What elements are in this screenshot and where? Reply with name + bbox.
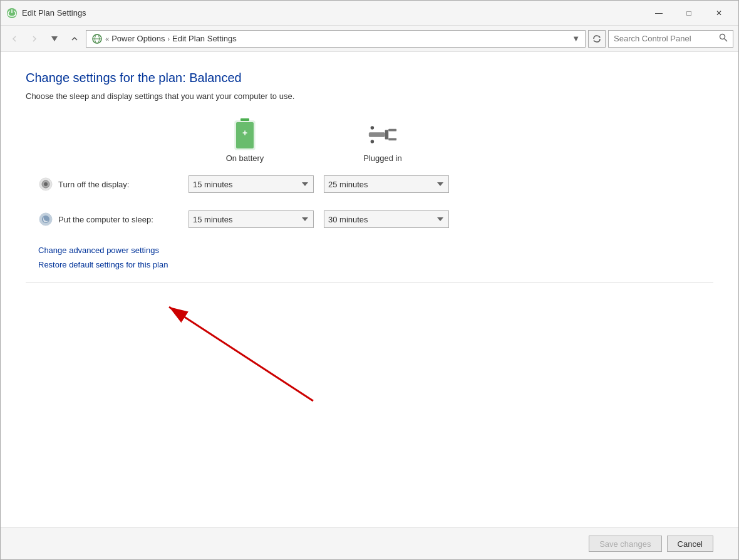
breadcrumb-edit-plan[interactable]: Edit Plan Settings [172,34,237,43]
sleep-label: Put the computer to sleep: [58,215,153,224]
svg-rect-13 [388,138,396,141]
svg-point-14 [371,126,375,130]
up-button[interactable] [66,30,83,48]
sleep-icon [38,212,53,227]
sleep-setting-row: Put the computer to sleep: 1 minute 5 mi… [38,210,713,228]
close-button[interactable]: ✕ [705,4,733,23]
address-dropdown-icon: ▼ [572,34,580,43]
link-section: Change advanced power settings Restore d… [38,246,713,269]
svg-line-5 [725,39,728,42]
sleep-dropdowns: 1 minute 5 minutes 10 minutes 15 minutes… [189,210,449,228]
svg-point-4 [720,34,725,39]
search-icon[interactable] [719,33,728,44]
svg-text:+: + [242,128,247,138]
battery-icon: + [230,120,260,150]
back-button[interactable] [6,30,23,48]
svg-rect-10 [369,132,385,137]
search-input[interactable] [614,34,719,43]
window: Edit Plan Settings — □ ✕ [0,0,739,560]
sleep-label-area: Put the computer to sleep: [38,212,189,227]
page-subtitle: Choose the sleep and display settings th… [26,91,713,101]
breadcrumb-arrow: › [167,35,170,43]
address-path[interactable]: « Power Options › Edit Plan Settings ▼ [86,30,586,48]
main-content: Change settings for the plan: Balanced C… [1,52,738,527]
advanced-settings-link[interactable]: Change advanced power settings [38,246,713,255]
svg-point-15 [371,140,375,143]
address-bar: « Power Options › Edit Plan Settings ▼ [1,26,738,52]
sleep-plugged-select[interactable]: 1 minute 5 minutes 10 minutes 15 minutes… [324,210,449,228]
display-setting-row: Turn off the display: 1 minute 2 minutes… [38,175,713,193]
cancel-button[interactable]: Cancel [667,536,713,552]
display-plugged-select[interactable]: 1 minute 2 minutes 5 minutes 10 minutes … [324,175,449,193]
maximize-button[interactable]: □ [674,4,703,23]
plugged-label: Plugged in [363,153,401,163]
control-panel-icon [91,33,103,44]
battery-column-header: + On battery [176,120,314,163]
page-title: Change settings for the plan: Balanced [26,71,713,85]
plugged-column-header: Plugged in [314,120,452,163]
minimize-button[interactable]: — [644,4,673,23]
forward-button[interactable] [26,30,43,48]
svg-rect-11 [385,130,389,140]
dropdown-button[interactable] [46,30,63,48]
window-title: Edit Plan Settings [22,8,644,18]
display-battery-select[interactable]: 1 minute 2 minutes 3 minutes 5 minutes 1… [189,175,314,193]
display-label-area: Turn off the display: [38,177,189,192]
display-dropdowns: 1 minute 2 minutes 3 minutes 5 minutes 1… [189,175,449,193]
search-box[interactable] [608,30,733,48]
window-controls: — □ ✕ [644,4,733,23]
battery-label: On battery [226,153,264,163]
plug-icon [368,120,398,150]
display-icon [38,177,53,192]
save-changes-button[interactable]: Save changes [589,536,661,552]
title-bar: Edit Plan Settings — □ ✕ [1,1,738,26]
sleep-battery-select[interactable]: 1 minute 5 minutes 10 minutes 15 minutes… [189,210,314,228]
breadcrumb-power-options[interactable]: Power Options [111,34,165,43]
svg-rect-12 [388,129,396,132]
svg-point-18 [44,182,48,186]
window-icon [6,7,18,19]
breadcrumb-separator-1: « [105,35,109,43]
divider [26,282,713,283]
column-headers: + On battery [176,120,713,163]
refresh-button[interactable] [588,30,606,48]
restore-defaults-link[interactable]: Restore default settings for this plan [38,260,713,269]
settings-area: + On battery [38,120,713,269]
bottom-bar: Save changes Cancel [1,527,738,559]
display-label: Turn off the display: [58,180,129,189]
